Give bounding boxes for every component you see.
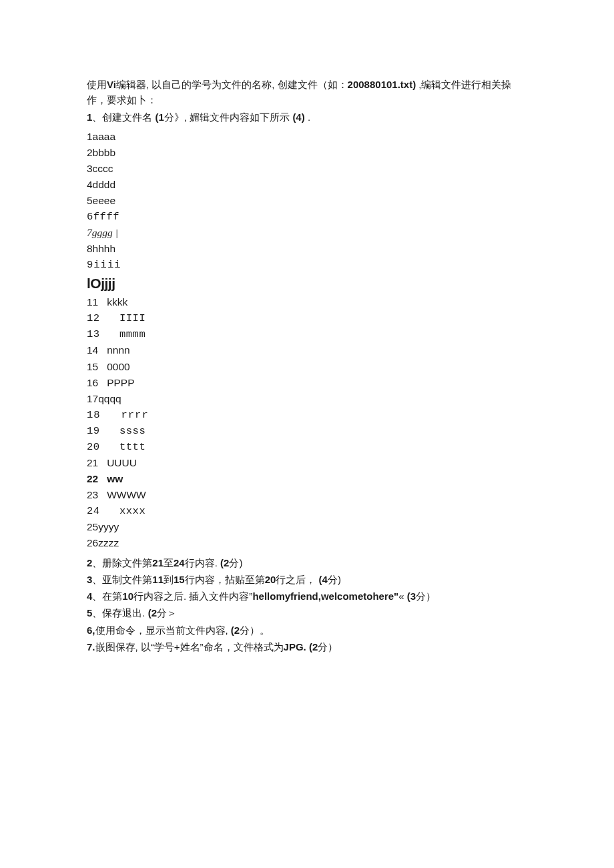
q-text: 分＞: [157, 607, 177, 618]
file-line: 20 tttt: [87, 439, 527, 455]
file-line: 2bbbb: [87, 145, 527, 161]
file-line: 9iiii: [87, 257, 527, 273]
q-value: 20: [265, 574, 276, 585]
file-line: 4dddd: [87, 177, 527, 193]
q-points: (2: [148, 607, 157, 618]
q-text: 、保存退出.: [92, 607, 145, 618]
file-line: 5eeee: [87, 193, 527, 209]
file-line: 22 ww: [87, 471, 527, 487]
intro-text: ,编辑文件进行相关操: [416, 79, 511, 90]
file-line: 14 nnnn: [87, 342, 527, 358]
q-points: (2: [220, 557, 229, 568]
q-value: 21: [152, 557, 164, 568]
q-points: (3: [407, 590, 416, 602]
filename-example: 200880101.txt): [348, 79, 416, 90]
intro-paragraph: 使用Vi编辑器, 以自己的学号为文件的名称, 创建文件（如：200880101.…: [87, 77, 527, 108]
q-text: 、册除文件第: [92, 557, 152, 568]
question-6: 6,使用命令，显示当前文件内容, (2分）。: [87, 622, 527, 638]
file-line: 8hhhh: [87, 241, 527, 257]
q-text: 嵌图保存, 以“学号+姓名”命名，文件格式为: [95, 641, 284, 653]
file-line: 7gggg |: [87, 225, 527, 241]
file-line: 25yyyy: [87, 519, 527, 535]
q-value: 24: [174, 557, 185, 568]
q-text: 分): [328, 574, 341, 585]
q-points: (4: [319, 574, 328, 585]
document-page: 使用Vi编辑器, 以自己的学号为文件的名称, 创建文件（如：200880101.…: [0, 0, 614, 689]
file-line: 18 rrrr: [87, 407, 527, 423]
intro-text: 编辑器, 以自己的学号为文件的名称, 创建文件（如：: [116, 79, 348, 90]
q-points: (2: [231, 624, 240, 636]
q-value: 11: [152, 574, 164, 585]
q-value: 15: [174, 574, 185, 585]
question-7: 7.嵌图保存, 以“学号+姓名”命名，文件格式为JPG. (2分）: [87, 639, 527, 655]
q-value: 10: [122, 590, 133, 602]
intro-text: 使用: [87, 79, 107, 90]
q-text: 分): [229, 557, 242, 568]
file-line: 24 xxxx: [87, 503, 527, 519]
q1-points: (1: [156, 111, 164, 123]
q-text: 使用命令，显示当前文件内容,: [95, 624, 228, 636]
file-line: 3cccc: [87, 161, 527, 177]
question-2: 2、册除文件第21至24行内容. (2分): [87, 555, 527, 570]
q1-text: 、创建文件名: [92, 111, 155, 123]
file-format: JPG.: [284, 641, 306, 653]
q-text: «: [398, 590, 404, 602]
q-text: 行内容之后. 插入文件内容”: [133, 590, 252, 602]
q-text: 至: [164, 557, 174, 568]
file-line: 23 WWWW: [87, 487, 527, 503]
q1-points2: (4): [292, 111, 304, 123]
insert-string: hellomyfriend,welcometohere": [252, 590, 398, 602]
q-number: 7.: [87, 641, 95, 653]
file-line: 26zzzz: [87, 535, 527, 551]
vi-label: Vi: [107, 79, 116, 90]
q-points: (2: [309, 641, 318, 653]
q-number: 6,: [87, 624, 95, 636]
question-4: 4、在第10行内容之后. 插入文件内容”hellomyfriend,welcom…: [87, 588, 527, 604]
intro-text-line2: 作，要求如卜：: [87, 92, 527, 107]
q1-text: 分》, 媚辑文件内容如下所示: [164, 111, 293, 123]
file-line: 1aaaa: [87, 129, 527, 145]
file-line: 6ffff: [87, 209, 527, 225]
q-text: 、亚制文件第: [92, 574, 152, 585]
question-1: 1、创建文件名 (1分》, 媚辑文件内容如下所示 (4) .: [87, 109, 527, 125]
file-line: lOjjjj: [87, 273, 527, 295]
questions-block: 2、册除文件第21至24行内容. (2分) 3、亚制文件第11到15行内容，拈贴…: [87, 555, 527, 655]
file-line: 19 ssss: [87, 423, 527, 439]
file-line: 12 IIII: [87, 310, 527, 326]
file-line: 11 kkkk: [87, 294, 527, 310]
file-line: 21 UUUU: [87, 455, 527, 471]
q-text: 分）: [416, 590, 436, 602]
question-3: 3、亚制文件第11到15行内容，拈贴至第20行之后， (4分): [87, 572, 527, 587]
q-text: 、在第: [92, 590, 122, 602]
q-text: 分）。: [240, 624, 270, 636]
file-line: 15 0000: [87, 359, 527, 375]
q-text: 分）: [318, 641, 338, 653]
file-line: 13 mmmm: [87, 326, 527, 342]
file-line: 16 PPPP: [87, 375, 527, 391]
q1-text: .: [305, 111, 310, 123]
q-text: 行内容.: [185, 557, 218, 568]
q-text: 到: [164, 574, 174, 585]
file-line: 17qqqq: [87, 391, 527, 407]
question-5: 5、保存退出. (2分＞: [87, 605, 527, 620]
file-content-block: 1aaaa2bbbb3cccc4dddd5eeee6ffff7gggg |8hh…: [87, 129, 527, 551]
q-text: 行内容，拈贴至第: [185, 574, 265, 585]
q-text: 行之后，: [276, 574, 316, 585]
